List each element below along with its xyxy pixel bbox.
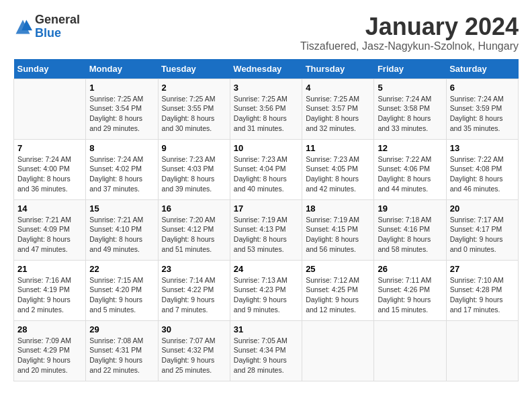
weekday-header-row: SundayMondayTuesdayWednesdayThursdayFrid… <box>14 59 519 79</box>
day-info: Sunrise: 7:19 AM Sunset: 4:15 PM Dayligh… <box>306 215 370 255</box>
calendar-cell <box>374 320 446 381</box>
day-number: 29 <box>89 324 154 334</box>
calendar-cell: 31Sunrise: 7:05 AM Sunset: 4:34 PM Dayli… <box>230 320 302 381</box>
day-number: 17 <box>234 203 298 214</box>
day-number: 23 <box>162 264 226 274</box>
day-info: Sunrise: 7:22 AM Sunset: 4:08 PM Dayligh… <box>450 154 515 194</box>
day-info: Sunrise: 7:21 AM Sunset: 4:09 PM Dayligh… <box>17 215 82 255</box>
calendar-cell: 19Sunrise: 7:18 AM Sunset: 4:16 PM Dayli… <box>374 199 446 260</box>
day-info: Sunrise: 7:23 AM Sunset: 4:04 PM Dayligh… <box>234 154 298 194</box>
logo-general-text: General <box>35 13 80 26</box>
weekday-header-sunday: Sunday <box>14 59 86 79</box>
day-number: 2 <box>162 83 226 93</box>
day-number: 26 <box>378 264 442 274</box>
title-area: January 2024 Tiszafuered, Jasz-Nagykun-S… <box>300 13 519 52</box>
day-info: Sunrise: 7:25 AM Sunset: 3:57 PM Dayligh… <box>306 94 370 134</box>
calendar-cell: 24Sunrise: 7:13 AM Sunset: 4:23 PM Dayli… <box>230 260 302 320</box>
calendar-cell: 16Sunrise: 7:20 AM Sunset: 4:12 PM Dayli… <box>158 199 230 260</box>
calendar-cell: 1Sunrise: 7:25 AM Sunset: 3:54 PM Daylig… <box>86 79 158 139</box>
day-info: Sunrise: 7:14 AM Sunset: 4:22 PM Dayligh… <box>162 275 226 315</box>
calendar-cell: 12Sunrise: 7:22 AM Sunset: 4:06 PM Dayli… <box>374 139 446 199</box>
weekday-header-thursday: Thursday <box>302 59 374 79</box>
day-number: 12 <box>378 143 442 153</box>
calendar-cell: 7Sunrise: 7:24 AM Sunset: 4:00 PM Daylig… <box>14 139 86 199</box>
calendar-cell <box>446 320 518 381</box>
day-number: 21 <box>17 264 82 274</box>
calendar-cell: 10Sunrise: 7:23 AM Sunset: 4:04 PM Dayli… <box>230 139 302 199</box>
location: Tiszafuered, Jasz-Nagykun-Szolnok, Hunga… <box>300 40 519 52</box>
calendar-cell <box>302 320 374 381</box>
day-info: Sunrise: 7:09 AM Sunset: 4:29 PM Dayligh… <box>17 336 82 375</box>
day-number: 7 <box>17 143 82 153</box>
day-number: 30 <box>162 324 226 334</box>
weekday-header-tuesday: Tuesday <box>158 59 230 79</box>
day-info: Sunrise: 7:19 AM Sunset: 4:13 PM Dayligh… <box>234 215 298 255</box>
calendar-cell: 26Sunrise: 7:11 AM Sunset: 4:26 PM Dayli… <box>374 260 446 320</box>
day-info: Sunrise: 7:24 AM Sunset: 3:59 PM Dayligh… <box>450 94 515 134</box>
weekday-header-friday: Friday <box>374 59 446 79</box>
calendar-cell: 30Sunrise: 7:07 AM Sunset: 4:32 PM Dayli… <box>158 320 230 381</box>
calendar-cell: 29Sunrise: 7:08 AM Sunset: 4:31 PM Dayli… <box>86 320 158 381</box>
calendar-cell <box>14 79 86 139</box>
calendar-cell: 2Sunrise: 7:25 AM Sunset: 3:55 PM Daylig… <box>158 79 230 139</box>
day-number: 13 <box>450 143 515 153</box>
day-number: 27 <box>450 264 515 274</box>
calendar-cell: 14Sunrise: 7:21 AM Sunset: 4:09 PM Dayli… <box>14 199 86 260</box>
day-number: 18 <box>306 203 370 214</box>
day-info: Sunrise: 7:13 AM Sunset: 4:23 PM Dayligh… <box>234 275 298 315</box>
day-info: Sunrise: 7:25 AM Sunset: 3:54 PM Dayligh… <box>89 94 154 134</box>
calendar-cell: 22Sunrise: 7:15 AM Sunset: 4:20 PM Dayli… <box>86 260 158 320</box>
calendar-cell: 23Sunrise: 7:14 AM Sunset: 4:22 PM Dayli… <box>158 260 230 320</box>
day-info: Sunrise: 7:25 AM Sunset: 3:56 PM Dayligh… <box>234 94 298 134</box>
calendar-cell: 28Sunrise: 7:09 AM Sunset: 4:29 PM Dayli… <box>14 320 86 381</box>
day-info: Sunrise: 7:07 AM Sunset: 4:32 PM Dayligh… <box>162 336 226 375</box>
calendar-cell: 3Sunrise: 7:25 AM Sunset: 3:56 PM Daylig… <box>230 79 302 139</box>
day-number: 16 <box>162 203 226 214</box>
week-row-5: 28Sunrise: 7:09 AM Sunset: 4:29 PM Dayli… <box>14 320 519 381</box>
week-row-1: 1Sunrise: 7:25 AM Sunset: 3:54 PM Daylig… <box>14 79 519 139</box>
day-info: Sunrise: 7:10 AM Sunset: 4:28 PM Dayligh… <box>450 275 515 315</box>
week-row-3: 14Sunrise: 7:21 AM Sunset: 4:09 PM Dayli… <box>14 199 519 260</box>
day-number: 20 <box>450 203 515 214</box>
day-info: Sunrise: 7:22 AM Sunset: 4:06 PM Dayligh… <box>378 154 442 194</box>
day-number: 3 <box>234 83 298 93</box>
day-info: Sunrise: 7:05 AM Sunset: 4:34 PM Dayligh… <box>234 336 298 375</box>
calendar-cell: 6Sunrise: 7:24 AM Sunset: 3:59 PM Daylig… <box>446 79 518 139</box>
weekday-header-monday: Monday <box>86 59 158 79</box>
day-number: 5 <box>378 83 442 93</box>
calendar-cell: 27Sunrise: 7:10 AM Sunset: 4:28 PM Dayli… <box>446 260 518 320</box>
day-number: 8 <box>89 143 154 153</box>
calendar-cell: 18Sunrise: 7:19 AM Sunset: 4:15 PM Dayli… <box>302 199 374 260</box>
day-number: 28 <box>17 324 82 334</box>
day-number: 15 <box>89 203 154 214</box>
calendar-cell: 20Sunrise: 7:17 AM Sunset: 4:17 PM Dayli… <box>446 199 518 260</box>
day-number: 9 <box>162 143 226 153</box>
calendar-cell: 25Sunrise: 7:12 AM Sunset: 4:25 PM Dayli… <box>302 260 374 320</box>
week-row-2: 7Sunrise: 7:24 AM Sunset: 4:00 PM Daylig… <box>14 139 519 199</box>
day-info: Sunrise: 7:18 AM Sunset: 4:16 PM Dayligh… <box>378 215 442 255</box>
logo-icon <box>13 17 32 36</box>
calendar-cell: 13Sunrise: 7:22 AM Sunset: 4:08 PM Dayli… <box>446 139 518 199</box>
calendar-cell: 15Sunrise: 7:21 AM Sunset: 4:10 PM Dayli… <box>86 199 158 260</box>
day-info: Sunrise: 7:25 AM Sunset: 3:55 PM Dayligh… <box>162 94 226 134</box>
calendar-cell: 9Sunrise: 7:23 AM Sunset: 4:03 PM Daylig… <box>158 139 230 199</box>
day-info: Sunrise: 7:16 AM Sunset: 4:19 PM Dayligh… <box>17 275 82 315</box>
day-info: Sunrise: 7:08 AM Sunset: 4:31 PM Dayligh… <box>89 336 154 375</box>
day-info: Sunrise: 7:11 AM Sunset: 4:26 PM Dayligh… <box>378 275 442 315</box>
day-info: Sunrise: 7:23 AM Sunset: 4:03 PM Dayligh… <box>162 154 226 194</box>
logo-blue-text: Blue <box>35 26 61 40</box>
day-number: 11 <box>306 143 370 153</box>
weekday-header-saturday: Saturday <box>446 59 518 79</box>
calendar-table: SundayMondayTuesdayWednesdayThursdayFrid… <box>13 59 519 381</box>
day-number: 1 <box>89 83 154 93</box>
logo-text: General Blue <box>35 13 80 40</box>
day-info: Sunrise: 7:15 AM Sunset: 4:20 PM Dayligh… <box>89 275 154 315</box>
header: General Blue January 2024 Tiszafuered, J… <box>13 13 519 52</box>
day-number: 24 <box>234 264 298 274</box>
month-title: January 2024 <box>300 13 519 40</box>
logo: General Blue <box>13 13 80 40</box>
day-number: 31 <box>234 324 298 334</box>
day-info: Sunrise: 7:24 AM Sunset: 4:02 PM Dayligh… <box>89 154 154 194</box>
calendar-cell: 5Sunrise: 7:24 AM Sunset: 3:58 PM Daylig… <box>374 79 446 139</box>
day-info: Sunrise: 7:24 AM Sunset: 3:58 PM Dayligh… <box>378 94 442 134</box>
